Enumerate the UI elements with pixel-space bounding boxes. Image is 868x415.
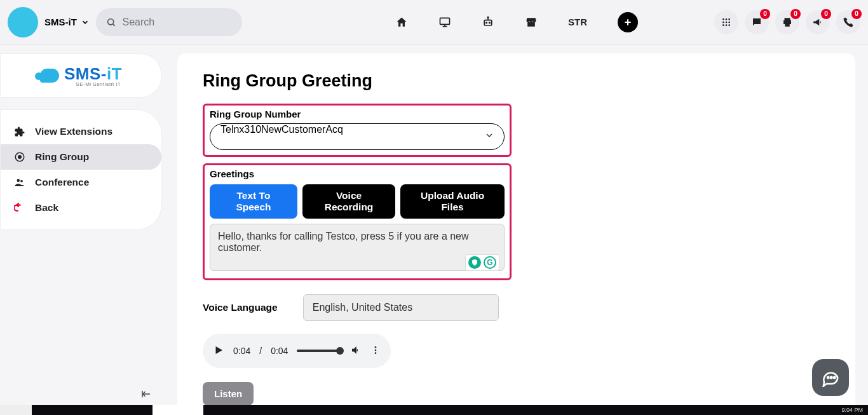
greetings-section: Greetings Text To Speech Voice Recording… xyxy=(203,163,512,280)
target-icon xyxy=(13,151,26,163)
audio-menu-button[interactable] xyxy=(370,345,381,357)
voice-language-label: Voice Language xyxy=(203,302,278,313)
svg-point-23 xyxy=(17,179,20,182)
tts-text-input[interactable] xyxy=(210,224,505,271)
sidebar-menu: View Extensions Ring Group Conference Ba… xyxy=(0,109,162,230)
messages-button[interactable]: 0 xyxy=(745,10,769,34)
audio-duration: 0:04 xyxy=(271,346,288,356)
calls-badge: 0 xyxy=(851,9,862,19)
svg-point-9 xyxy=(487,17,489,18)
str-link[interactable]: STR xyxy=(568,17,587,27)
top-nav: STR xyxy=(395,12,651,32)
add-button[interactable] xyxy=(618,12,638,32)
svg-point-20 xyxy=(728,24,730,26)
brand-dropdown[interactable]: SMS-iT xyxy=(44,17,90,27)
logo-card[interactable]: SMS-iT SE-Mi Sentient iT xyxy=(0,53,162,98)
apps-button[interactable] xyxy=(714,10,738,34)
svg-rect-2 xyxy=(440,18,450,24)
grammarly-g-icon: G xyxy=(484,256,496,269)
svg-point-29 xyxy=(375,349,377,351)
sidebar-item-label: Conference xyxy=(35,177,89,188)
search-input[interactable] xyxy=(123,17,232,28)
svg-point-15 xyxy=(722,21,724,23)
voice-language-row: Voice Language English, United States xyxy=(203,294,830,321)
ring-group-number-label: Ring Group Number xyxy=(210,109,505,119)
svg-point-7 xyxy=(489,22,491,24)
main-content: Ring Group Greeting Ring Group Number Te… xyxy=(162,44,868,405)
sidebar: SMS-iT SE-Mi Sentient iT View Extensions… xyxy=(0,44,162,405)
search-box[interactable] xyxy=(96,8,242,36)
play-icon xyxy=(213,344,224,356)
chat-icon xyxy=(751,17,763,28)
back-arrow-icon xyxy=(13,202,26,214)
tab-text-to-speech[interactable]: Text To Speech xyxy=(210,184,297,219)
logo-text-b: iT xyxy=(107,64,122,83)
top-bar: SMS-iT STR 0 0 xyxy=(0,0,868,44)
svg-point-17 xyxy=(728,21,730,23)
voice-language-select[interactable]: English, United States xyxy=(303,294,499,321)
grammarly-widget[interactable]: G xyxy=(465,254,499,271)
announce-badge: 0 xyxy=(821,9,831,19)
printer-icon xyxy=(782,17,793,28)
calls-button[interactable]: 0 xyxy=(836,10,860,34)
clock: 9:04 PM xyxy=(841,407,863,413)
svg-point-32 xyxy=(831,377,832,379)
sidebar-item-ring-group[interactable]: Ring Group xyxy=(1,144,161,170)
svg-point-31 xyxy=(827,377,829,379)
greeting-tabs: Text To Speech Voice Recording Upload Au… xyxy=(210,184,505,219)
grammarly-shield-icon xyxy=(468,256,481,269)
store-icon[interactable] xyxy=(525,16,538,29)
sidebar-item-view-extensions[interactable]: View Extensions xyxy=(1,119,161,144)
audio-time-sep: / xyxy=(259,346,262,356)
panel: Ring Group Greeting Ring Group Number Te… xyxy=(177,53,855,415)
svg-point-18 xyxy=(722,24,724,26)
svg-point-30 xyxy=(375,352,377,354)
grid-icon xyxy=(721,17,731,27)
page-title: Ring Group Greeting xyxy=(203,71,830,91)
svg-point-28 xyxy=(375,346,377,348)
messages-badge: 0 xyxy=(760,9,770,19)
os-taskbar: 9:04 PM xyxy=(0,405,868,415)
listen-button[interactable]: Listen xyxy=(203,382,254,405)
svg-point-33 xyxy=(834,377,836,379)
brand-label: SMS-iT xyxy=(44,17,77,27)
volume-icon xyxy=(350,344,362,356)
print-button[interactable]: 0 xyxy=(775,10,799,34)
chat-bubble-icon xyxy=(821,368,840,387)
announce-button[interactable]: 0 xyxy=(806,10,830,34)
svg-point-0 xyxy=(107,18,113,24)
kebab-icon xyxy=(370,345,381,355)
ring-group-number-select[interactable]: Telnx310NewCustomerAcq xyxy=(210,123,505,150)
avatar[interactable] xyxy=(8,7,38,37)
robot-icon[interactable] xyxy=(482,16,494,29)
svg-point-19 xyxy=(726,24,728,26)
audio-player: 0:04 / 0:04 xyxy=(203,334,391,368)
ring-group-number-section: Ring Group Number Telnx310NewCustomerAcq xyxy=(203,104,512,157)
monitor-icon[interactable] xyxy=(438,16,451,29)
svg-point-14 xyxy=(728,18,730,20)
sidebar-item-conference[interactable]: Conference xyxy=(1,170,161,195)
svg-point-24 xyxy=(20,180,23,182)
users-icon xyxy=(13,177,26,188)
collapse-sidebar-icon[interactable] xyxy=(140,388,152,402)
greetings-label: Greetings xyxy=(210,168,505,179)
svg-point-6 xyxy=(486,22,487,24)
tab-upload-audio[interactable]: Upload Audio Files xyxy=(400,184,505,219)
svg-point-16 xyxy=(726,21,728,23)
audio-progress[interactable] xyxy=(297,350,341,352)
ring-group-number-value: Telnx310NewCustomerAcq xyxy=(220,124,343,135)
puzzle-icon xyxy=(13,126,26,137)
play-button[interactable] xyxy=(213,344,224,358)
home-icon[interactable] xyxy=(395,16,408,29)
svg-line-1 xyxy=(113,24,115,26)
chevron-down-icon xyxy=(81,18,90,27)
volume-button[interactable] xyxy=(350,344,362,358)
tab-voice-recording[interactable]: Voice Recording xyxy=(302,184,395,219)
svg-point-12 xyxy=(722,18,724,20)
sidebar-item-label: Back xyxy=(35,202,58,214)
audio-current-time: 0:04 xyxy=(233,346,250,356)
sidebar-item-back[interactable]: Back xyxy=(1,195,161,221)
svg-point-22 xyxy=(18,155,22,159)
chat-fab[interactable] xyxy=(812,359,849,396)
notification-tray: 0 0 0 0 xyxy=(714,10,860,34)
